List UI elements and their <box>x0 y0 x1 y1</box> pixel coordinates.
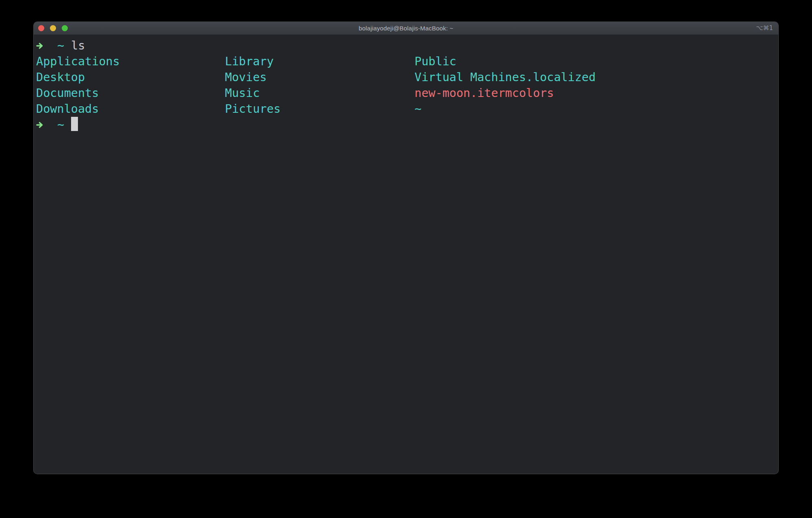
prompt-line: ~ ls <box>36 38 776 54</box>
file-entry: Applications <box>36 54 120 69</box>
file-entry: Downloads <box>36 101 99 117</box>
ls-output-row: Downloads Pictures ~ <box>36 101 776 117</box>
file-entry: Movies <box>225 69 267 85</box>
file-entry: Public <box>415 54 456 69</box>
file-entry: Documents <box>36 85 99 101</box>
file-entry: Music <box>225 85 260 101</box>
ls-output-row: Desktop Movies Virtual Machines.localize… <box>36 69 776 85</box>
terminal-cursor <box>71 117 78 131</box>
window-titlebar[interactable]: bolajiayodeji@Bolajis-MacBook: ~ ⌥⌘1 <box>34 22 778 35</box>
window-shortcut-badge: ⌥⌘1 <box>756 22 773 34</box>
file-entry: new-moon.itermcolors <box>415 85 554 101</box>
prompt-line: ~ <box>36 117 776 133</box>
window-title: bolajiayodeji@Bolajis-MacBook: ~ <box>34 22 778 34</box>
ls-output-row: Documents Music new-moon.itermcolors <box>36 85 776 101</box>
file-entry: Library <box>225 54 274 69</box>
arrow-right-icon <box>36 42 45 50</box>
prompt-path: ~ <box>57 38 64 54</box>
file-entry: Virtual Machines.localized <box>415 69 596 85</box>
file-entry: ~ <box>415 101 421 117</box>
terminal-window: bolajiayodeji@Bolajis-MacBook: ~ ⌥⌘1 ~ l… <box>33 21 779 474</box>
prompt-path: ~ <box>57 117 64 133</box>
terminal-screen[interactable]: ~ ls Applications Library Public Desktop… <box>34 35 778 474</box>
file-entry: Pictures <box>225 101 281 117</box>
prompt-command: ls <box>71 38 85 54</box>
file-entry: Desktop <box>36 69 85 85</box>
arrow-right-icon <box>36 121 45 129</box>
ls-output-row: Applications Library Public <box>36 54 776 69</box>
